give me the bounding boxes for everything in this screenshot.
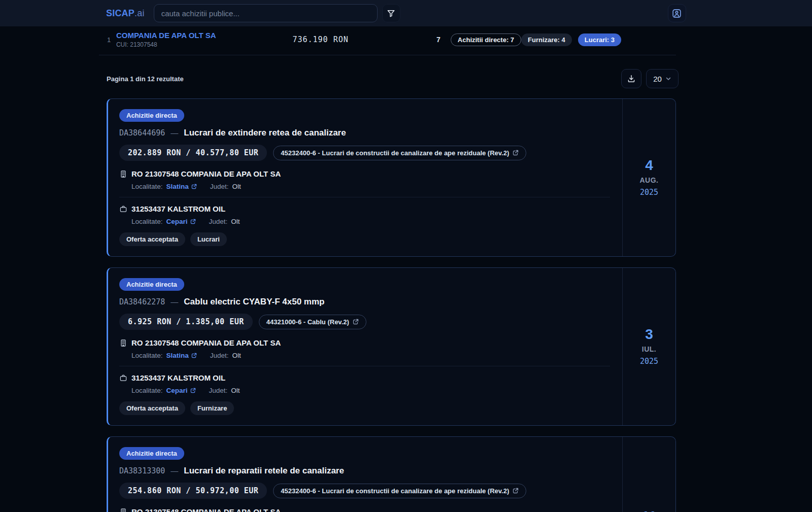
- procurement-type-badge[interactable]: Achizitie directa: [119, 278, 184, 291]
- funnel-icon: [386, 9, 396, 18]
- supplier-county: Olt: [231, 218, 240, 225]
- judet-label: Judet:: [209, 218, 228, 225]
- card-date: 11: [622, 437, 675, 512]
- results-toolbar: Pagina 1 din 12 rezultate 20: [99, 69, 676, 88]
- cpv-code-label: 45232400-6 - Lucrari de constructii de c…: [281, 487, 509, 495]
- procurement-type-badge[interactable]: Achizitie directa: [119, 447, 184, 460]
- user-account-button[interactable]: [668, 4, 686, 22]
- buyer-county: Olt: [232, 183, 241, 190]
- logo-suffix: .ai: [134, 8, 145, 18]
- external-link-icon: [191, 184, 197, 189]
- procurement-id: DA38644696: [119, 128, 165, 138]
- chevron-down-icon: [665, 76, 671, 82]
- procurement-id: DA38313300: [119, 466, 165, 475]
- buyer-locality: Slatina: [166, 352, 189, 359]
- row-index: 1: [99, 36, 116, 44]
- price-pill: 6.925 RON / 1.385,00 EUR: [119, 314, 253, 330]
- badge-lucrari[interactable]: Lucrari: 3: [578, 33, 621, 46]
- procurement-id: DA38462278: [119, 297, 165, 306]
- cpv-code-pill[interactable]: 44321000-6 - Cablu (Rev.2): [259, 315, 366, 329]
- procurement-title[interactable]: Cablu electric CYABY-F 4x50 mmp: [184, 297, 324, 307]
- date-day: 3: [645, 327, 653, 342]
- procurement-title[interactable]: Lucrari de extindere retea de canalizare: [184, 128, 346, 138]
- card-divider: [119, 197, 610, 197]
- external-link-icon: [191, 353, 197, 358]
- buyer-name[interactable]: RO 21307548 COMPANIA DE APA OLT SA: [131, 507, 281, 512]
- authority-link[interactable]: COMPANIA DE APA OLT SA: [116, 31, 265, 40]
- buyer-county: Olt: [232, 352, 241, 359]
- filter-button[interactable]: [382, 4, 400, 22]
- procurement-type-badge[interactable]: Achizitie directa: [119, 109, 184, 122]
- page-size-select[interactable]: 20: [646, 69, 679, 88]
- building-icon: [119, 339, 127, 347]
- procurement-card[interactable]: Achizitie directa DA38644696 — Lucrari d…: [107, 98, 676, 257]
- judet-label: Judet:: [210, 352, 229, 359]
- localitate-label: Localitate:: [131, 218, 163, 225]
- badge-achizitii-directe[interactable]: Achizitii directe: 7: [451, 33, 521, 46]
- buyer-locality-link[interactable]: Slatina: [166, 183, 197, 190]
- logo-brand: SICAP: [106, 8, 134, 18]
- authority-total-value: 736.190 RON: [265, 35, 376, 44]
- date-year: 2025: [640, 188, 658, 197]
- badge-furnizare[interactable]: Furnizare: 4: [521, 33, 572, 46]
- category-tag: Furnizare: [190, 401, 234, 415]
- separator: —: [171, 297, 178, 306]
- procurement-card[interactable]: Achizitie directa DA38462278 — Cablu ele…: [107, 267, 676, 426]
- cpv-code-label: 45232400-6 - Lucrari de constructii de c…: [281, 149, 509, 157]
- download-icon: [627, 74, 636, 83]
- status-tag: Oferta acceptata: [119, 401, 185, 415]
- external-link-icon: [190, 219, 196, 224]
- briefcase-icon: [119, 205, 127, 213]
- price-pill: 202.889 RON / 40.577,80 EUR: [119, 145, 267, 161]
- pagination-info: Pagina 1 din 12 rezultate: [99, 75, 184, 83]
- date-day: 11: [641, 509, 657, 512]
- procurement-card[interactable]: Achizitie directa DA38313300 — Lucrari d…: [107, 436, 676, 512]
- building-icon: [119, 508, 127, 512]
- search-input[interactable]: [161, 9, 370, 18]
- app-header: SICAP.ai: [0, 0, 812, 26]
- localitate-label: Localitate:: [131, 387, 163, 394]
- supplier-locality-link[interactable]: Cepari: [166, 218, 196, 225]
- main-content: 1 COMPANIA DE APA OLT SA CUI: 21307548 7…: [99, 26, 676, 512]
- cpv-code-label: 44321000-6 - Cablu (Rev.2): [266, 318, 349, 326]
- results-list: Achizitie directa DA38644696 — Lucrari d…: [107, 98, 676, 512]
- supplier-locality: Cepari: [166, 387, 188, 394]
- cpv-code-pill[interactable]: 45232400-6 - Lucrari de constructii de c…: [273, 484, 526, 498]
- buyer-name[interactable]: RO 21307548 COMPANIA DE APA OLT SA: [131, 169, 281, 178]
- authority-summary-row: 1 COMPANIA DE APA OLT SA CUI: 21307548 7…: [99, 26, 676, 55]
- app-logo[interactable]: SICAP.ai: [106, 8, 145, 19]
- buyer-locality: Slatina: [166, 183, 189, 190]
- date-day: 4: [645, 158, 653, 173]
- separator: —: [171, 128, 178, 137]
- authority-contract-count: 7: [436, 36, 441, 44]
- supplier-county: Olt: [231, 387, 240, 394]
- card-date: 3 IUL. 2025: [622, 268, 675, 425]
- card-date: 4 AUG. 2025: [622, 99, 675, 256]
- localitate-label: Localitate:: [131, 183, 163, 190]
- building-icon: [119, 170, 127, 178]
- search-box[interactable]: [154, 4, 378, 22]
- category-tag: Lucrari: [190, 232, 227, 246]
- status-tag: Oferta acceptata: [119, 232, 185, 246]
- supplier-name[interactable]: 31253437 KALSTROM OIL: [131, 373, 225, 382]
- external-link-icon: [190, 388, 196, 393]
- cpv-code-pill[interactable]: 45232400-6 - Lucrari de constructii de c…: [273, 146, 526, 160]
- external-link-icon: [513, 150, 519, 156]
- localitate-label: Localitate:: [131, 352, 163, 359]
- supplier-locality-link[interactable]: Cepari: [166, 387, 196, 394]
- supplier-name[interactable]: 31253437 KALSTROM OIL: [131, 204, 225, 213]
- judet-label: Judet:: [210, 183, 229, 190]
- external-link-icon: [513, 488, 519, 494]
- price-pill: 254.860 RON / 50.972,00 EUR: [119, 483, 267, 499]
- procurement-title[interactable]: Lucrari de reparatii retele de canalizar…: [184, 466, 344, 476]
- buyer-locality-link[interactable]: Slatina: [166, 352, 197, 359]
- judet-label: Judet:: [209, 387, 228, 394]
- date-month: AUG.: [640, 176, 659, 184]
- card-divider: [119, 366, 610, 366]
- separator: —: [171, 466, 178, 475]
- supplier-locality: Cepari: [166, 218, 188, 225]
- date-year: 2025: [640, 357, 658, 366]
- briefcase-icon: [119, 374, 127, 382]
- download-button[interactable]: [621, 69, 641, 88]
- buyer-name[interactable]: RO 21307548 COMPANIA DE APA OLT SA: [131, 338, 281, 347]
